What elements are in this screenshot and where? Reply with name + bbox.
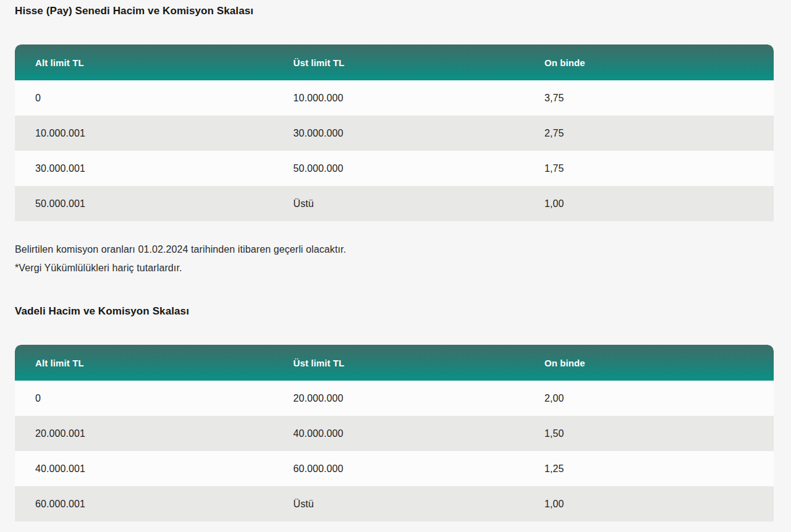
table-cell: 30.000.001 (15, 151, 273, 186)
table-cell: 10.000.000 (273, 80, 524, 116)
table-cell: 0 (15, 381, 273, 416)
note-tax-disclaimer: *Vergi Yükümlülükleri hariç tutarlardır. (15, 259, 776, 277)
column-header-alt-limit: Alt limit TL (15, 345, 273, 381)
vadeli-commission-table-inner: Alt limit TL Üst limit TL On binde 0 20.… (15, 345, 774, 521)
table-cell: 1,75 (524, 151, 774, 186)
table-cell: 2,00 (524, 381, 774, 416)
table-cell: 10.000.001 (15, 116, 273, 151)
note-effective-date: Belirtilen komisyon oranları 01.02.2024 … (15, 240, 776, 259)
hisse-commission-table: Alt limit TL Üst limit TL On binde 0 10.… (15, 44, 774, 221)
table-row: 50.000.001 Üstü 1,00 (15, 186, 774, 221)
table-cell: 0 (15, 80, 273, 116)
table-cell: 1,50 (524, 416, 774, 451)
table-row: 40.000.001 60.000.000 1,25 (15, 451, 774, 486)
table-row: 0 10.000.000 3,75 (15, 80, 774, 116)
table-row: 10.000.001 30.000.000 2,75 (15, 116, 774, 151)
table-cell: 20.000.000 (273, 381, 524, 416)
section-title-hisse-senedi: Hisse (Pay) Senedi Hacim ve Komisyon Ska… (15, 5, 776, 17)
table-cell: 20.000.001 (15, 416, 273, 451)
table-header-row: Alt limit TL Üst limit TL On binde (15, 44, 774, 80)
table-header-row: Alt limit TL Üst limit TL On binde (15, 345, 774, 381)
table-cell: 2,75 (524, 116, 774, 151)
column-header-alt-limit: Alt limit TL (15, 44, 273, 80)
vadeli-commission-table: Alt limit TL Üst limit TL On binde 0 20.… (15, 345, 774, 521)
notes-block: Belirtilen komisyon oranları 01.02.2024 … (15, 240, 776, 277)
column-header-ust-limit: Üst limit TL (273, 345, 524, 381)
column-header-on-binde: On binde (524, 44, 774, 80)
table-cell: 60.000.001 (15, 486, 273, 521)
table-cell: 50.000.001 (15, 186, 273, 221)
table-row: 30.000.001 50.000.000 1,75 (15, 151, 774, 186)
table-cell: 40.000.000 (273, 416, 524, 451)
table-row: 0 20.000.000 2,00 (15, 381, 774, 416)
page-content: Hisse (Pay) Senedi Hacim ve Komisyon Ska… (0, 0, 791, 521)
table-cell: 40.000.001 (15, 451, 273, 486)
table-cell: 60.000.000 (273, 451, 524, 486)
table-row: 20.000.001 40.000.000 1,50 (15, 416, 774, 451)
hisse-commission-table-inner: Alt limit TL Üst limit TL On binde 0 10.… (15, 44, 774, 221)
section-title-vadeli: Vadeli Hacim ve Komisyon Skalası (15, 305, 776, 318)
table-cell: 1,00 (524, 486, 774, 521)
table-cell: Üstü (273, 186, 524, 221)
column-header-on-binde: On binde (524, 345, 774, 381)
column-header-ust-limit: Üst limit TL (273, 44, 524, 80)
table-cell: 30.000.000 (273, 116, 524, 151)
table-cell: 50.000.000 (273, 151, 524, 186)
table-cell: Üstü (273, 486, 524, 521)
table-cell: 1,00 (524, 186, 774, 221)
table-row: 60.000.001 Üstü 1,00 (15, 486, 774, 521)
table-cell: 3,75 (524, 80, 774, 116)
table-cell: 1,25 (524, 451, 774, 486)
